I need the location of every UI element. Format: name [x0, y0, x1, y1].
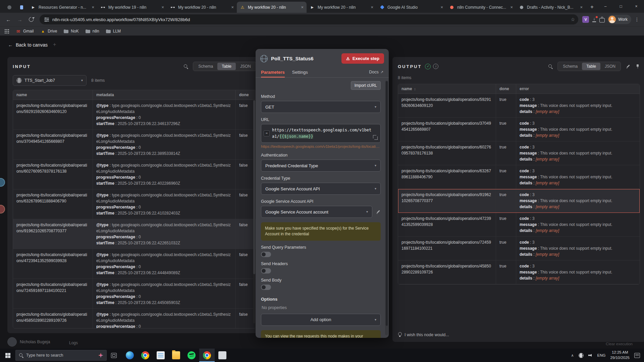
method-select[interactable]: GET [261, 101, 381, 113]
canvas-plus-icon[interactable]: + [53, 42, 56, 48]
column-header[interactable]: metadata [93, 90, 236, 100]
taskbar-app-icon[interactable] [122, 349, 138, 362]
output-search-icon[interactable] [548, 64, 553, 69]
logs-toggle[interactable]: Logs [69, 341, 78, 345]
tab-close-icon[interactable]: × [510, 5, 513, 10]
tray-chevron-icon[interactable] [571, 353, 574, 358]
input-table-row[interactable]: projects/long-tts/locations/global/opera… [13, 100, 256, 130]
view-tab[interactable]: JSON [600, 63, 620, 70]
user-menu[interactable]: Nicholas Bugeja [7, 337, 50, 347]
input-table-row[interactable]: projects/long-tts/locations/global/opera… [13, 279, 256, 309]
back-icon[interactable] [4, 15, 13, 24]
extension-v-icon[interactable] [582, 16, 589, 23]
taskbar-search-input[interactable]: Type here to search [15, 350, 107, 361]
tab-settings[interactable]: Settings [292, 67, 308, 77]
browser-menu-icon[interactable] [634, 17, 640, 22]
browser-tab[interactable]: My workflow 19 - n8n × [97, 2, 167, 13]
column-header[interactable]: name [398, 84, 496, 94]
info-icon[interactable] [433, 64, 438, 69]
output-table-row[interactable]: projects/long-tts/locations/global/opera… [398, 189, 640, 213]
credential-type-select[interactable]: Google Service Account API [261, 183, 381, 195]
clear-execution-button[interactable]: Clear execution [606, 342, 633, 346]
address-bar[interactable]: n8n-nick-u35405.vm.elestio.app/workflow/… [40, 14, 578, 24]
pinned-tab[interactable] [15, 2, 28, 13]
task-view-button[interactable] [107, 349, 121, 362]
bookmark-item[interactable]: LLM [106, 29, 121, 34]
taskbar-app-icon[interactable] [215, 349, 230, 362]
tab-close-icon[interactable]: × [580, 5, 583, 10]
pin-data-icon[interactable] [635, 64, 640, 69]
window-close-button[interactable]: × [629, 0, 644, 13]
action-center-icon[interactable] [634, 353, 640, 358]
downloads-icon[interactable] [592, 17, 597, 22]
sort-icon[interactable] [414, 86, 416, 91]
tab-parameters[interactable]: Parameters [261, 67, 285, 77]
authentication-select[interactable]: Predefined Credential Type [261, 160, 381, 172]
extensions-icon[interactable] [599, 18, 605, 22]
column-header[interactable]: name [13, 90, 93, 100]
network-icon[interactable] [579, 353, 584, 358]
edit-output-icon[interactable] [626, 64, 631, 69]
back-to-canvas-link[interactable]: Back to canvas [8, 42, 48, 48]
input-table-row[interactable]: projects/long-tts/locations/global/opera… [13, 309, 256, 328]
browser-tab[interactable]: Drafts - Activity - Nick_B... × [516, 2, 586, 13]
expression-toggle[interactable] [264, 130, 270, 136]
browser-tab[interactable]: My workflow 20 - n8n × [237, 2, 307, 13]
input-table-row[interactable]: projects/long-tts/locations/global/opera… [13, 160, 256, 189]
new-tab-button[interactable]: + [588, 3, 596, 11]
output-table-row[interactable]: projects/long-tts/locations/global/opera… [398, 118, 640, 141]
bookmark-item[interactable]: NoK [64, 29, 78, 34]
browser-tab[interactable]: My workflow 20 - n8n × [167, 2, 237, 13]
taskbar-app-icon[interactable] [153, 349, 168, 362]
output-table-row[interactable]: projects/long-tts/locations/global/opera… [398, 165, 640, 189]
scrollbar[interactable] [385, 80, 388, 335]
scrollbar[interactable] [253, 100, 255, 323]
docs-link[interactable]: Docs [369, 70, 383, 74]
reload-icon[interactable] [27, 15, 36, 24]
column-header[interactable]: error [516, 84, 640, 94]
tab-close-icon[interactable]: × [371, 5, 373, 10]
send-headers-toggle[interactable] [261, 268, 271, 274]
taskbar-app-icon[interactable] [138, 349, 153, 362]
edit-credential-icon[interactable] [376, 209, 381, 215]
input-table-row[interactable]: projects/long-tts/locations/global/opera… [13, 130, 256, 160]
send-query-toggle[interactable] [261, 252, 271, 257]
window-minimize-button[interactable]: – [598, 0, 613, 13]
expand-expression-icon[interactable] [374, 136, 378, 140]
add-option-select[interactable]: Add option [261, 314, 381, 326]
apps-grid-icon[interactable] [5, 29, 9, 34]
window-maximize-button[interactable]: □ [613, 0, 629, 13]
input-source-select[interactable]: TTS_Start_Job7 [13, 75, 87, 86]
send-body-toggle[interactable] [261, 285, 271, 290]
forward-icon[interactable] [15, 15, 24, 24]
view-tab[interactable]: Schema [194, 63, 217, 70]
tab-close-icon[interactable]: × [92, 5, 94, 10]
bookmark-item[interactable]: n8n [86, 29, 99, 34]
pinned-tab[interactable] [3, 2, 15, 13]
url-input[interactable]: https://texttospeech.googleapis.com/v1be… [261, 124, 381, 143]
bookmark-item[interactable]: Gmail [16, 29, 34, 34]
node-feedback-link[interactable]: I wish this node would... [398, 328, 640, 337]
view-tab[interactable]: Table [217, 63, 236, 70]
output-table-row[interactable]: projects/long-tts/locations/global/opera… [398, 94, 640, 118]
import-curl-button[interactable]: Import cURL [351, 81, 381, 90]
input-table-row[interactable]: projects/long-tts/locations/global/opera… [13, 219, 256, 249]
tab-close-icon[interactable]: × [161, 5, 164, 10]
input-search-icon[interactable] [183, 64, 188, 69]
credential-select[interactable]: Google Service Account account [261, 206, 372, 218]
bookmark-item[interactable]: Drive [40, 29, 57, 34]
output-table-row[interactable]: projects/long-tts/locations/global/opera… [398, 141, 640, 165]
output-table-row[interactable]: projects/long-tts/locations/global/opera… [398, 237, 640, 260]
start-button[interactable] [0, 349, 15, 362]
taskbar-app-icon[interactable] [184, 349, 199, 362]
volume-icon[interactable] [588, 353, 593, 357]
view-tab[interactable]: JSON [236, 63, 255, 70]
view-tab[interactable]: Table [582, 63, 600, 70]
profile-button[interactable]: Work [607, 15, 631, 24]
site-info-icon[interactable] [44, 17, 49, 21]
tab-close-icon[interactable]: × [231, 5, 234, 10]
taskbar-app-icon[interactable] [199, 349, 215, 362]
input-table-row[interactable]: projects/long-tts/locations/global/opera… [13, 189, 256, 219]
taskbar-app-icon[interactable] [168, 349, 184, 362]
tab-close-icon[interactable]: × [301, 5, 304, 10]
